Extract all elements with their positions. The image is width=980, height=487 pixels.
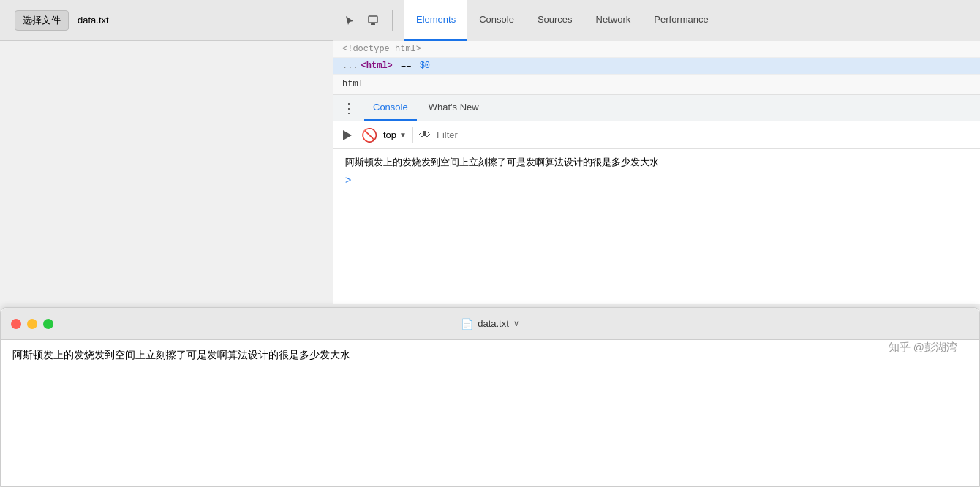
tab-network[interactable]: Network bbox=[584, 0, 643, 41]
maximize-button[interactable] bbox=[43, 319, 53, 329]
filter-input[interactable] bbox=[437, 129, 974, 140]
block-icon[interactable]: 🚫 bbox=[361, 127, 377, 143]
console-output-text: 阿斯顿发上的发烧发到空间上立刻擦了可是发啊算法设计的很是多少发大水 bbox=[345, 155, 968, 170]
devtools-panel: <!doctype html> ... <html> == $0 html ⋮ … bbox=[333, 41, 980, 304]
svg-rect-0 bbox=[369, 16, 377, 23]
tab-elements[interactable]: Elements bbox=[404, 0, 467, 41]
context-selector[interactable]: top ▼ bbox=[383, 129, 407, 140]
play-icon bbox=[343, 130, 352, 140]
console-subpanel: ⋮ Console What's New 🚫 top ▼ 👁 阿斯顿发上的发烧发… bbox=[333, 94, 980, 304]
devtools-tabbar: Elements Console Sources Network Perform… bbox=[333, 0, 980, 41]
console-toolbar: 🚫 top ▼ 👁 bbox=[333, 121, 980, 149]
cursor-icon[interactable] bbox=[341, 12, 358, 29]
minimize-button[interactable] bbox=[27, 319, 37, 329]
tab-performance[interactable]: Performance bbox=[642, 0, 720, 41]
window-controls bbox=[11, 319, 53, 329]
browser-left-section: 选择文件 data.txt bbox=[0, 10, 333, 31]
file-icon: 📄 bbox=[461, 318, 473, 330]
window-titlebar: 📄 data.txt ∨ bbox=[1, 308, 979, 340]
chevron-right-icon: > bbox=[345, 174, 351, 186]
tab-console[interactable]: Console bbox=[467, 0, 526, 41]
context-label: top bbox=[383, 129, 396, 140]
more-options-icon[interactable]: ⋮ bbox=[342, 102, 355, 115]
eye-icon[interactable]: 👁 bbox=[419, 129, 431, 142]
window-content: 阿斯顿发上的发烧发到空间上立刻擦了可是发啊算法设计的很是多少发大水 知乎 @彭湖… bbox=[1, 340, 979, 370]
toolbar-divider bbox=[412, 127, 413, 143]
icon-divider bbox=[392, 10, 393, 31]
inspect-icon[interactable] bbox=[364, 12, 382, 29]
svg-rect-1 bbox=[371, 23, 375, 25]
chosen-file-name: data.txt bbox=[78, 15, 109, 26]
window-title-text: data.txt bbox=[478, 318, 509, 329]
elements-area: <!doctype html> ... <html> == $0 html bbox=[333, 41, 980, 94]
window-title-group: 📄 data.txt ∨ bbox=[461, 318, 519, 330]
breadcrumb-area: html bbox=[333, 75, 980, 94]
console-output: 阿斯顿发上的发烧发到空间上立刻擦了可是发啊算法设计的很是多少发大水 > bbox=[333, 149, 980, 304]
title-caret-icon: ∨ bbox=[513, 319, 519, 328]
html-line[interactable]: ... <html> == $0 bbox=[333, 58, 980, 75]
devtools-icon-group bbox=[333, 10, 404, 31]
html-tag: <html> bbox=[361, 61, 393, 71]
choose-file-button[interactable]: 选择文件 bbox=[15, 10, 69, 31]
console-subtabbar: ⋮ Console What's New bbox=[333, 95, 980, 121]
html-dollar: $0 bbox=[420, 61, 430, 71]
editor-text: 阿斯顿发上的发烧发到空间上立刻擦了可是发啊算法设计的很是多少发大水 bbox=[12, 349, 350, 360]
play-button[interactable] bbox=[339, 127, 355, 143]
text-editor-window: 📄 data.txt ∨ 阿斯顿发上的发烧发到空间上立刻擦了可是发啊算法设计的很… bbox=[0, 307, 980, 487]
tab-sources[interactable]: Sources bbox=[526, 0, 584, 41]
subtab-whats-new[interactable]: What's New bbox=[420, 95, 488, 121]
watermark: 知乎 @彭湖湾 bbox=[889, 339, 957, 356]
browser-top-bar: 选择文件 data.txt Elements Consol bbox=[0, 0, 980, 41]
close-button[interactable] bbox=[11, 319, 21, 329]
devtools-tabs: Elements Console Sources Network Perform… bbox=[404, 0, 720, 41]
html-dots: ... bbox=[342, 61, 358, 71]
doctype-line: <!doctype html> bbox=[333, 41, 980, 58]
subtab-console[interactable]: Console bbox=[364, 95, 417, 121]
html-equals: == bbox=[396, 61, 417, 71]
dropdown-arrow-icon: ▼ bbox=[399, 131, 407, 139]
console-prompt[interactable]: > bbox=[345, 174, 968, 186]
